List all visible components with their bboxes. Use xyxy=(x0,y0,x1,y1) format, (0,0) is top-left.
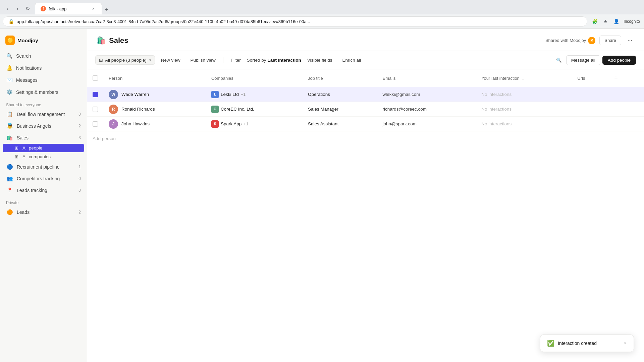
active-tab[interactable]: f folk - app × xyxy=(35,3,102,14)
select-all-checkbox[interactable] xyxy=(93,75,98,81)
visible-fields-button[interactable]: Visible fields xyxy=(303,56,336,64)
url-text: app.folk.app/apps/contacts/network/ccaa7… xyxy=(17,19,310,24)
chevron-down-icon: ▾ xyxy=(149,58,151,62)
row-checkbox[interactable] xyxy=(93,92,98,97)
sales-icon: 🛍️ xyxy=(6,134,13,141)
tab-close-button[interactable]: × xyxy=(90,6,96,12)
last-interaction: No interactions xyxy=(481,107,512,112)
company-name: Lekki Ltd xyxy=(221,92,239,97)
company-cell: C CoreEC Inc. Ltd. xyxy=(206,102,303,117)
sidebar-item-leads-tracking-label: Leads tracking xyxy=(17,188,75,193)
shared-section-label: Shared to everyone xyxy=(0,99,87,109)
toolbar-right: 🔍 Message all Add people xyxy=(554,55,636,65)
row-checkbox-cell[interactable] xyxy=(87,87,103,102)
select-all-header[interactable] xyxy=(87,69,103,87)
last-interaction-cell: No interactions xyxy=(476,102,572,117)
grid-icon-2: ⊞ xyxy=(15,154,18,159)
message-all-button[interactable]: Message all xyxy=(566,55,600,65)
incognito-label: Incognito xyxy=(622,19,641,24)
recruitment-count: 1 xyxy=(78,165,81,169)
sidebar-item-settings[interactable]: ⚙️ Settings & members xyxy=(3,86,84,98)
deal-flow-icon: 📋 xyxy=(6,111,13,118)
main-header: 🛍️ Sales Shared with Moodjoy M Share ··· xyxy=(87,29,644,51)
share-button[interactable]: Share xyxy=(599,36,621,45)
job-title: Sales Manager xyxy=(308,107,338,112)
sidebar-item-leads-tracking[interactable]: 📍 Leads tracking 0 xyxy=(3,185,84,196)
profile-button[interactable]: 👤 xyxy=(611,17,621,26)
sidebar-item-sales-label: Sales xyxy=(17,135,75,140)
toast-success-icon: ✅ xyxy=(547,340,554,347)
sidebar-item-recruitment[interactable]: 🔵 Recruitment pipeline 1 xyxy=(3,161,84,173)
person-avatar: J xyxy=(109,119,118,129)
sidebar-item-sales[interactable]: 🛍️ Sales 3 xyxy=(3,132,84,143)
sidebar-item-business-angels[interactable]: 👼 Business Angels 2 xyxy=(3,120,84,132)
grid-icon: ⊞ xyxy=(15,145,18,150)
sidebar-item-deal-flow[interactable]: 📋 Deal flow management 0 xyxy=(3,109,84,120)
header-actions: Shared with Moodjoy M Share ··· xyxy=(545,36,635,45)
sort-text: Sorted by Last interaction xyxy=(247,58,301,63)
publish-view-button[interactable]: Publish view xyxy=(186,56,220,64)
search-button[interactable]: 🔍 xyxy=(554,55,564,65)
company-cell: L Lekki Ltd +1 xyxy=(206,87,303,102)
sort-field: Last interaction xyxy=(267,58,301,63)
job-title-cell: Sales Manager xyxy=(303,102,377,117)
sidebar-item-leads[interactable]: 🟠 Leads 2 xyxy=(3,206,84,218)
sidebar-item-business-angels-label: Business Angels xyxy=(17,123,75,129)
sidebar-subitem-all-people[interactable]: ⊞ All people xyxy=(3,144,84,152)
extra-cell xyxy=(605,102,644,117)
filter-button[interactable]: Filter xyxy=(227,56,245,64)
bookmark-button[interactable]: ★ xyxy=(601,17,610,26)
company-avatar: C xyxy=(211,106,219,113)
add-column-button[interactable]: + xyxy=(611,73,622,83)
view-selector[interactable]: ⊞ All people (3 people) ▾ xyxy=(95,55,155,65)
sidebar-nav: 🔍 Search 🔔 Notifications ✉️ Messages ⚙️ … xyxy=(0,50,87,99)
workspace-icon: 🟡 xyxy=(5,36,15,45)
add-people-button[interactable]: Add people xyxy=(602,56,636,65)
add-column-header[interactable]: + xyxy=(605,69,644,87)
private-section-label: Private xyxy=(0,196,87,206)
page-title: Sales xyxy=(109,36,128,45)
forward-button[interactable]: › xyxy=(13,4,22,13)
address-bar[interactable]: 🔒 app.folk.app/apps/contacts/network/cca… xyxy=(3,16,587,26)
sales-count: 3 xyxy=(78,135,81,140)
sidebar-item-search[interactable]: 🔍 Search xyxy=(3,50,84,62)
row-checkbox[interactable] xyxy=(93,121,98,127)
extensions-button[interactable]: 🧩 xyxy=(590,17,599,26)
email: john@spark.com xyxy=(383,121,417,126)
table-row[interactable]: W Wade Warren L Lekki Ltd +1 Operations … xyxy=(87,87,644,102)
address-bar-row: 🔒 app.folk.app/apps/contacts/network/cca… xyxy=(0,14,644,28)
browser-nav: ‹ › ↻ xyxy=(3,4,32,13)
row-checkbox[interactable] xyxy=(93,107,98,112)
column-header-last-interaction[interactable]: Your last interaction ↓ xyxy=(476,69,572,87)
column-header-job-title: Job title xyxy=(303,69,377,87)
table-row[interactable]: J John Hawkins S Spark App +1 Sales Assi… xyxy=(87,117,644,131)
row-checkbox-cell[interactable] xyxy=(87,102,103,117)
back-button[interactable]: ‹ xyxy=(3,4,12,13)
sidebar-subitem-all-companies[interactable]: ⊞ All companies xyxy=(3,153,84,161)
enrich-all-button[interactable]: Enrich all xyxy=(338,56,365,64)
sidebar-item-search-label: Search xyxy=(16,53,31,59)
competitors-count: 0 xyxy=(78,176,81,181)
sidebar-item-notifications[interactable]: 🔔 Notifications xyxy=(3,62,84,74)
add-person-cell[interactable]: Add person xyxy=(87,131,644,146)
business-angels-icon: 👼 xyxy=(6,122,13,130)
new-tab-button[interactable]: + xyxy=(102,5,111,14)
company-avatar: L xyxy=(211,91,219,98)
company-name: Spark App xyxy=(221,121,241,126)
sidebar-item-messages[interactable]: ✉️ Messages xyxy=(3,74,84,86)
toolbar-divider xyxy=(223,57,223,63)
sort-prefix: Sorted by xyxy=(247,58,266,63)
sidebar-item-notifications-label: Notifications xyxy=(16,65,42,71)
toast-close-button[interactable]: × xyxy=(624,340,627,346)
new-view-button[interactable]: New view xyxy=(157,56,184,64)
add-person-row[interactable]: Add person xyxy=(87,131,644,146)
sidebar-item-competitors[interactable]: 👥 Competitors tracking 0 xyxy=(3,173,84,184)
toolbar: ⊞ All people (3 people) ▾ New view Publi… xyxy=(87,51,644,69)
table-container: Person Companies Job title Emails Your l xyxy=(87,69,644,362)
reload-button[interactable]: ↻ xyxy=(23,4,32,13)
row-checkbox-cell[interactable] xyxy=(87,117,103,131)
recruitment-icon: 🔵 xyxy=(6,163,13,171)
more-options-button[interactable]: ··· xyxy=(625,36,635,45)
table-row[interactable]: R Ronald Richards C CoreEC Inc. Ltd. Sal… xyxy=(87,102,644,117)
extra-cell xyxy=(605,117,644,131)
